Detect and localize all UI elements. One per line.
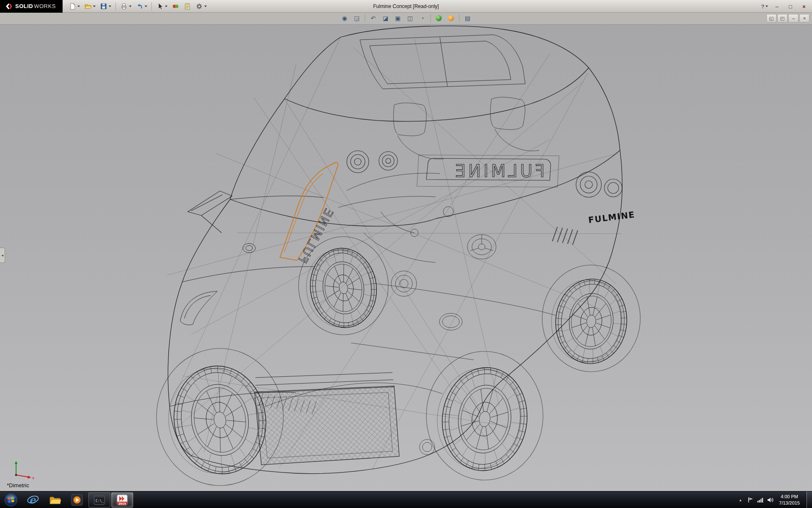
headsup-strip: ◉ ◲ ↶ ◪ ▣ ◫ ◔ ▤ ◱ ◰ – ×	[0, 13, 812, 25]
view-orientation-label: *Dimetric	[7, 482, 29, 489]
command-prompt-icon: C:\_	[93, 494, 105, 506]
folder-icon	[49, 494, 61, 506]
orientation-triad-icon: x	[11, 460, 36, 479]
clock-time: 4:00 PM	[779, 494, 800, 500]
undo-button[interactable]	[134, 1, 149, 11]
cascade-window-button[interactable]: ◱	[766, 14, 776, 22]
svg-text:C:\_: C:\_	[96, 499, 104, 503]
dropdown-caret-icon	[93, 6, 96, 7]
edit-appearance-icon[interactable]	[433, 14, 444, 23]
toolbar-separator	[431, 14, 431, 22]
show-hidden-icons-button[interactable]: ▴	[739, 498, 743, 502]
new-document-button[interactable]	[67, 1, 82, 11]
restore-window-button[interactable]: ◰	[777, 14, 787, 22]
show-desktop-button[interactable]	[807, 491, 812, 508]
select-cursor-icon	[156, 3, 164, 10]
print-button[interactable]	[118, 1, 133, 11]
car-mirror	[188, 191, 232, 233]
windows-start-icon	[4, 493, 18, 507]
scene-ball-icon	[448, 15, 454, 21]
maximize-button[interactable]: □	[784, 2, 797, 11]
internet-explorer-button[interactable]: e	[22, 491, 44, 508]
action-center-icon[interactable]	[747, 497, 753, 503]
title-bar: SOLID WORKS	[0, 0, 812, 13]
solidworks-app-icon: 2015	[116, 494, 128, 506]
appearance-ball-icon	[436, 15, 442, 21]
window-title: Fulmine Concept [Read-only]	[373, 3, 439, 9]
dropdown-caret-icon	[109, 6, 111, 7]
taskbar-clock[interactable]: 4:00 PM 7/13/2015	[779, 494, 801, 506]
options-button[interactable]	[194, 1, 208, 11]
view-settings-icon[interactable]: ▤	[462, 14, 473, 23]
app-logo: SOLID WORKS	[0, 0, 63, 13]
help-button[interactable]: ?	[760, 3, 770, 10]
clock-date: 7/13/2015	[779, 500, 800, 506]
internet-explorer-icon: e	[27, 494, 39, 506]
command-prompt-button[interactable]: C:\_	[88, 492, 110, 508]
panel-flyout-tab[interactable]: ◂	[0, 248, 5, 263]
file-explorer-button[interactable]	[44, 491, 66, 508]
minimize-window-button[interactable]: –	[788, 14, 798, 22]
close-window-button[interactable]: ×	[799, 14, 809, 22]
model-logo-window: FULMINE	[296, 205, 337, 265]
section-view-icon[interactable]: ◪	[380, 14, 391, 23]
rebuild-icon	[172, 3, 179, 10]
solidworks-window: SOLID WORKS	[0, 0, 812, 508]
svg-text:e: e	[29, 494, 36, 506]
minimize-button[interactable]: –	[771, 2, 783, 11]
tray-icons	[747, 497, 774, 503]
dropdown-caret-icon	[129, 6, 132, 7]
document-window-controls: ◱ ◰ – ×	[766, 14, 809, 22]
dropdown-caret-icon	[145, 6, 147, 7]
main-toolbar	[63, 1, 208, 11]
solidworks-taskbar-button[interactable]: 2015	[111, 492, 133, 508]
save-button[interactable]	[98, 1, 113, 11]
system-tray: ▴ 4:00 PM 7/13/2015	[739, 491, 812, 508]
solidworks-logo-icon	[4, 2, 13, 11]
toolbar-separator	[459, 14, 460, 22]
apply-scene-icon[interactable]	[446, 14, 457, 23]
model-logo-rear: FULMINE	[453, 161, 545, 181]
model-wireframe[interactable]: FULMINE FULMINE FULMINE	[0, 13, 812, 491]
window-controls: ? – □ ×	[760, 0, 810, 13]
file-properties-button[interactable]	[182, 1, 193, 11]
zoom-to-fit-icon[interactable]: ◉	[339, 14, 350, 23]
app-logo-text-light: WORKS	[34, 3, 56, 9]
graphics-viewport[interactable]: ◉ ◲ ↶ ◪ ▣ ◫ ◔ ▤ ◱ ◰ – ×	[0, 13, 812, 491]
hide-show-items-icon[interactable]: ◔	[417, 14, 428, 23]
new-document-icon	[69, 3, 76, 10]
toolbar-separator	[365, 14, 365, 22]
toolbar-separator	[115, 2, 116, 11]
media-player-icon	[71, 494, 83, 506]
model-logo-side: FULMINE	[588, 210, 636, 225]
view-orientation-icon[interactable]: ▣	[392, 14, 403, 23]
app-logo-text-bold: SOLID	[15, 3, 33, 9]
open-button[interactable]	[82, 1, 97, 11]
car-front-detail	[170, 196, 399, 465]
car-roof-detail	[360, 35, 525, 89]
solidworks-badge: 2015	[118, 502, 126, 505]
display-style-icon[interactable]: ◫	[405, 14, 416, 23]
previous-view-icon[interactable]: ↶	[368, 14, 379, 23]
help-icon: ?	[761, 3, 764, 10]
start-button[interactable]	[0, 491, 22, 508]
toolbar-separator	[151, 2, 152, 11]
dropdown-caret-icon	[165, 6, 167, 7]
print-icon	[120, 3, 128, 10]
save-icon	[100, 3, 107, 10]
open-folder-icon	[84, 3, 92, 10]
headsup-view-toolbar: ◉ ◲ ↶ ◪ ▣ ◫ ◔ ▤	[339, 14, 473, 23]
media-player-button[interactable]	[66, 491, 88, 508]
undo-icon	[136, 3, 143, 10]
dropdown-caret-icon	[77, 6, 80, 7]
volume-icon[interactable]	[767, 497, 774, 503]
network-icon[interactable]	[757, 497, 763, 503]
gear-icon	[195, 3, 203, 10]
dropdown-caret-icon	[765, 6, 768, 7]
close-button[interactable]: ×	[798, 2, 810, 11]
select-button[interactable]	[154, 1, 169, 11]
rebuild-button[interactable]	[170, 1, 181, 11]
zoom-to-area-icon[interactable]: ◲	[351, 14, 362, 23]
taskbar: e C:\_	[0, 491, 812, 508]
dropdown-caret-icon	[204, 6, 207, 7]
